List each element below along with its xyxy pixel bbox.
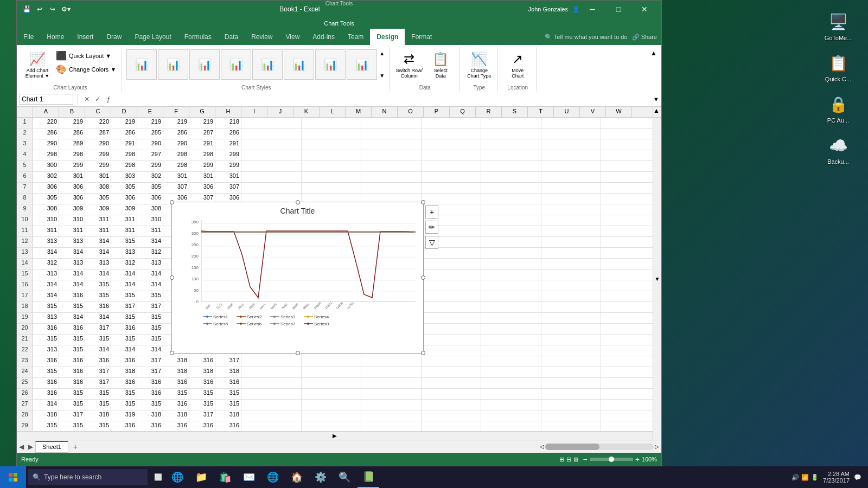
grid-cell[interactable]: 315	[59, 400, 85, 410]
grid-cell-empty[interactable]	[241, 129, 302, 139]
notification-button[interactable]: 💬	[854, 474, 861, 481]
chart-filter-button[interactable]: ▽	[425, 236, 438, 249]
tab-review[interactable]: Review	[245, 29, 279, 45]
grid-cell-empty[interactable]	[481, 237, 541, 248]
zoom-slider[interactable]	[590, 458, 633, 461]
col-header-u[interactable]: U	[554, 107, 580, 117]
grid-cell[interactable]: 305	[33, 194, 59, 204]
tab-home[interactable]: Home	[40, 29, 71, 45]
grid-cell-empty[interactable]	[361, 421, 422, 432]
grid-cell-empty[interactable]	[422, 280, 482, 291]
grid-cell-empty[interactable]	[541, 237, 602, 248]
grid-cell[interactable]: 313	[33, 345, 59, 356]
row-header[interactable]: 4	[17, 150, 33, 161]
grid-cell[interactable]: 309	[59, 204, 85, 215]
grid-cell-empty[interactable]	[241, 421, 302, 432]
grid-cell[interactable]: 318	[189, 367, 215, 378]
zoom-out-button[interactable]: −	[583, 455, 587, 464]
col-header-t[interactable]: T	[528, 107, 554, 117]
chart-area[interactable]: + ✏ ▽ Chart Title	[171, 202, 424, 354]
chart-style-5[interactable]: 📊	[252, 49, 283, 80]
grid-cell-empty[interactable]	[422, 302, 482, 313]
grid-cell[interactable]: 314	[137, 237, 163, 248]
tab-team[interactable]: Team	[341, 29, 370, 45]
chart-style-3[interactable]: 📊	[189, 49, 220, 80]
grid-cell-empty[interactable]	[541, 400, 602, 410]
grid-cell[interactable]: 316	[189, 356, 215, 367]
tab-addins[interactable]: Add-ins	[306, 29, 341, 45]
grid-cell[interactable]: 314	[59, 248, 85, 259]
grid-cell[interactable]: 289	[59, 139, 85, 150]
grid-cell[interactable]: 314	[111, 280, 137, 291]
tab-draw[interactable]: Draw	[100, 29, 128, 45]
grid-cell[interactable]: 316	[85, 356, 111, 367]
grid-cell-empty[interactable]	[541, 161, 602, 172]
grid-cell[interactable]: 308	[85, 183, 111, 194]
chart-handle-mr[interactable]	[421, 275, 425, 280]
grid-cell-empty[interactable]	[481, 226, 541, 237]
grid-cell-empty[interactable]	[481, 313, 541, 324]
grid-cell[interactable]: 317	[59, 410, 85, 421]
grid-cell[interactable]: 315	[137, 400, 163, 410]
grid-cell[interactable]: 298	[59, 150, 85, 161]
grid-cell-empty[interactable]	[481, 172, 541, 183]
col-header-f[interactable]: F	[163, 107, 189, 117]
grid-cell[interactable]: 290	[85, 139, 111, 150]
select-data-button[interactable]: 📋 SelectData	[425, 49, 456, 81]
row-header[interactable]: 10	[17, 215, 33, 226]
grid-cell-empty[interactable]	[541, 248, 602, 259]
grid-cell[interactable]: 307	[163, 183, 189, 194]
grid-cell-empty[interactable]	[361, 183, 422, 194]
grid-cell[interactable]: 314	[33, 280, 59, 291]
grid-cell[interactable]: 315	[33, 302, 59, 313]
row-header[interactable]: 12	[17, 237, 33, 248]
grid-cell-empty[interactable]	[422, 335, 482, 345]
grid-cell-empty[interactable]	[541, 421, 602, 432]
grid-cell-empty[interactable]	[422, 378, 482, 389]
grid-cell-empty[interactable]	[302, 129, 362, 139]
grid-cell[interactable]: 285	[137, 129, 163, 139]
grid-cell-empty[interactable]	[541, 215, 602, 226]
row-header[interactable]: 23	[17, 356, 33, 367]
ribbon-collapse-button[interactable]: ▲	[648, 47, 659, 92]
grid-cell[interactable]: 299	[85, 161, 111, 172]
grid-cell[interactable]: 318	[163, 410, 189, 421]
taskbar-excel[interactable]: 📗	[358, 466, 379, 488]
grid-cell[interactable]: 305	[111, 183, 137, 194]
grid-cell[interactable]: 315	[215, 400, 241, 410]
row-header[interactable]: 29	[17, 421, 33, 432]
grid-cell-empty[interactable]	[302, 378, 362, 389]
grid-cell[interactable]: 316	[59, 367, 85, 378]
sheet-scroll-left[interactable]: ◁	[540, 444, 544, 450]
grid-cell-empty[interactable]	[241, 150, 302, 161]
row-header[interactable]: 19	[17, 313, 33, 324]
grid-cell-empty[interactable]	[481, 248, 541, 259]
grid-cell-empty[interactable]	[302, 161, 362, 172]
grid-cell[interactable]: 311	[111, 215, 137, 226]
grid-cell[interactable]: 315	[189, 389, 215, 400]
row-header[interactable]: 7	[17, 183, 33, 194]
taskbar-search-btn[interactable]: 🔍	[334, 466, 355, 488]
grid-cell[interactable]: 219	[111, 118, 137, 129]
row-header[interactable]: 3	[17, 139, 33, 150]
name-box[interactable]: Chart 1	[19, 94, 73, 105]
grid-cell[interactable]: 316	[163, 400, 189, 410]
maximize-button[interactable]: □	[606, 1, 631, 18]
grid-cell[interactable]: 314	[85, 248, 111, 259]
grid-cell[interactable]: 306	[189, 183, 215, 194]
grid-cell[interactable]: 305	[137, 183, 163, 194]
col-header-a[interactable]: A	[33, 107, 59, 117]
grid-cell[interactable]: 315	[111, 313, 137, 324]
desktop-icon-backuo[interactable]: ☁️ Backu...	[819, 134, 857, 165]
taskbar-email[interactable]: ✉️	[238, 466, 260, 488]
grid-cell[interactable]: 315	[59, 389, 85, 400]
chart-handle-tc[interactable]	[296, 200, 300, 204]
grid-cell[interactable]: 299	[85, 150, 111, 161]
grid-cell[interactable]: 314	[137, 345, 163, 356]
grid-cell-empty[interactable]	[481, 335, 541, 345]
grid-cell[interactable]: 311	[111, 226, 137, 237]
grid-cell-empty[interactable]	[481, 129, 541, 139]
grid-cell[interactable]: 286	[215, 129, 241, 139]
grid-cell[interactable]: 314	[33, 248, 59, 259]
grid-cell-empty[interactable]	[302, 421, 362, 432]
